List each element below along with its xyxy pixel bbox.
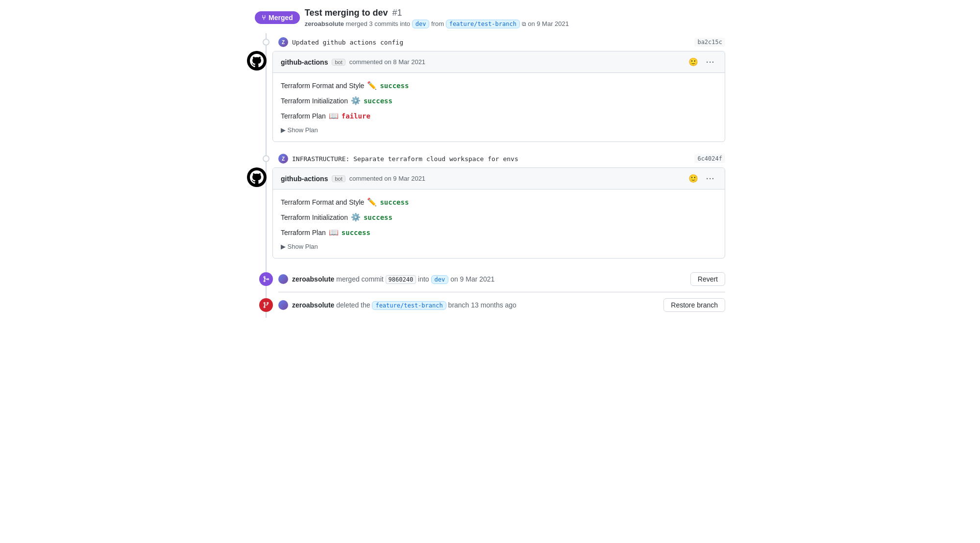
tf-label: Terraform Initialization <box>281 213 348 221</box>
commit-entry: Z Updated github actions config ba2c15c <box>255 33 725 51</box>
avatar: Z <box>278 37 288 47</box>
merge-date: on 9 Mar 2021 <box>450 275 494 283</box>
delete-event-text: zeroabsolute deleted the feature/test-br… <box>292 301 660 309</box>
tf-label: Terraform Format and Style <box>281 82 364 90</box>
commit-entry: Z INFRASTRUCTURE: Separate terraform clo… <box>255 150 725 167</box>
tf-status: success <box>380 198 409 206</box>
pr-title: Test merging to dev #1 <box>305 8 569 18</box>
pencil-icon: ✏️ <box>367 197 377 207</box>
merged-header: ⑂ Merged Test merging to dev #1 zeroabso… <box>255 0 725 33</box>
tf-status: success <box>364 97 392 105</box>
meta-from: from <box>431 20 444 27</box>
merge-icon: ⑂ <box>262 14 266 22</box>
tf-check-row: Terraform Initialization ⚙️ success <box>281 96 717 105</box>
avatar <box>247 167 267 187</box>
tf-label: Terraform Initialization <box>281 97 348 105</box>
commit-message: INFRASTRUCTURE: Separate terraform cloud… <box>292 155 518 163</box>
merge-into: into <box>418 275 431 283</box>
merged-badge: ⑂ Merged <box>255 11 300 24</box>
commit-dot <box>263 155 270 162</box>
git-branch-icon <box>263 302 270 308</box>
comment-header-2: github-actions bot commented on 9 Mar 20… <box>273 168 725 189</box>
commit-hash[interactable]: 6c4024f <box>694 154 725 163</box>
book-icon: 📖 <box>329 228 339 237</box>
show-plan-toggle[interactable]: ▶ Show Plan <box>281 243 717 250</box>
more-options-button[interactable]: ··· <box>704 57 717 67</box>
tf-label: Terraform Plan <box>281 229 326 236</box>
merge-branch[interactable]: dev <box>431 275 449 284</box>
bot-badge: bot <box>332 59 345 66</box>
meta-date: on 9 Mar 2021 <box>528 20 569 27</box>
pencil-icon: ✏️ <box>367 81 377 90</box>
pr-title-text: Test merging to dev <box>305 8 388 18</box>
merge-commit-ref[interactable]: 9860240 <box>386 275 416 284</box>
delete-action: deleted the <box>336 301 372 309</box>
pr-meta: zeroabsolute merged 3 commits into dev f… <box>305 20 569 27</box>
comment-time: commented on 9 Mar 2021 <box>349 175 425 182</box>
comment-body-2: Terraform Format and Style ✏️ success Te… <box>273 189 725 258</box>
comment-box-2: github-actions bot commented on 9 Mar 20… <box>272 167 725 259</box>
comment-actions: 🙂 ··· <box>686 173 717 184</box>
avatar <box>278 300 288 310</box>
show-plan-toggle[interactable]: ▶ Show Plan <box>281 126 717 134</box>
merge-event-icon <box>259 272 273 286</box>
tf-check-row: Terraform Plan 📖 failure <box>281 111 717 120</box>
tf-check-row: Terraform Format and Style ✏️ success <box>281 81 717 90</box>
delete-event-content: zeroabsolute deleted the feature/test-br… <box>255 298 725 312</box>
meta-action: merged 3 commits into <box>346 20 411 27</box>
pr-number: #1 <box>392 8 402 18</box>
avatar <box>278 274 288 284</box>
timeline: Z Updated github actions config ba2c15c … <box>255 33 725 318</box>
comment-card-1: github-actions bot commented on 8 Mar 20… <box>272 51 725 142</box>
commit-content: Z INFRASTRUCTURE: Separate terraform clo… <box>255 154 725 164</box>
comment-author: github-actions <box>281 175 328 183</box>
comment-box-1: github-actions bot commented on 8 Mar 20… <box>272 51 725 142</box>
delete-suffix: branch 13 months ago <box>448 301 516 309</box>
tf-label: Terraform Format and Style <box>281 198 364 206</box>
avatar <box>247 51 267 71</box>
spacer <box>274 259 725 266</box>
emoji-reaction-button[interactable]: 🙂 <box>686 56 700 68</box>
gear-icon: ⚙️ <box>351 212 361 222</box>
delete-user: zeroabsolute <box>292 301 334 309</box>
delete-event: zeroabsolute deleted the feature/test-br… <box>255 292 725 318</box>
tf-status: failure <box>342 112 370 120</box>
tf-status: success <box>342 229 370 236</box>
comment-actions: 🙂 ··· <box>686 56 717 68</box>
target-branch[interactable]: dev <box>412 20 430 28</box>
tf-check-row: Terraform Format and Style ✏️ success <box>281 197 717 207</box>
emoji-reaction-button[interactable]: 🙂 <box>686 173 700 184</box>
delete-event-icon <box>259 298 273 312</box>
book-icon: 📖 <box>329 111 339 120</box>
revert-button[interactable]: Revert <box>690 272 725 286</box>
github-logo-icon <box>250 170 264 184</box>
meta-user: zeroabsolute <box>305 20 344 27</box>
tf-status: success <box>380 82 409 90</box>
deleted-branch[interactable]: feature/test-branch <box>372 301 446 310</box>
comment-author: github-actions <box>281 58 328 66</box>
more-options-button[interactable]: ··· <box>704 174 717 184</box>
commit-dot <box>263 39 270 46</box>
gear-icon: ⚙️ <box>351 96 361 105</box>
comment-time: commented on 8 Mar 2021 <box>349 58 425 66</box>
merge-event: zeroabsolute merged commit 9860240 into … <box>255 266 725 292</box>
comment-body-1: Terraform Format and Style ✏️ success Te… <box>273 73 725 142</box>
comment-card-2: github-actions bot commented on 9 Mar 20… <box>272 167 725 259</box>
merged-badge-label: Merged <box>269 14 293 22</box>
copy-icon[interactable]: ⧉ <box>522 21 526 27</box>
merge-event-content: zeroabsolute merged commit 9860240 into … <box>255 272 725 286</box>
source-branch[interactable]: feature/test-branch <box>446 20 520 28</box>
restore-branch-button[interactable]: Restore branch <box>663 298 725 312</box>
merge-event-text: zeroabsolute merged commit 9860240 into … <box>292 275 686 283</box>
avatar: Z <box>278 154 288 164</box>
comment-header-1: github-actions bot commented on 8 Mar 20… <box>273 51 725 73</box>
git-merge-icon <box>263 276 270 283</box>
merge-action: merged commit <box>336 275 383 283</box>
commit-content: Z Updated github actions config ba2c15c <box>255 37 725 47</box>
bot-badge: bot <box>332 175 345 182</box>
spacer <box>274 142 725 150</box>
merge-user: zeroabsolute <box>292 275 334 283</box>
commit-hash[interactable]: ba2c15c <box>694 38 725 47</box>
tf-status: success <box>364 213 392 221</box>
tf-check-row: Terraform Initialization ⚙️ success <box>281 212 717 222</box>
